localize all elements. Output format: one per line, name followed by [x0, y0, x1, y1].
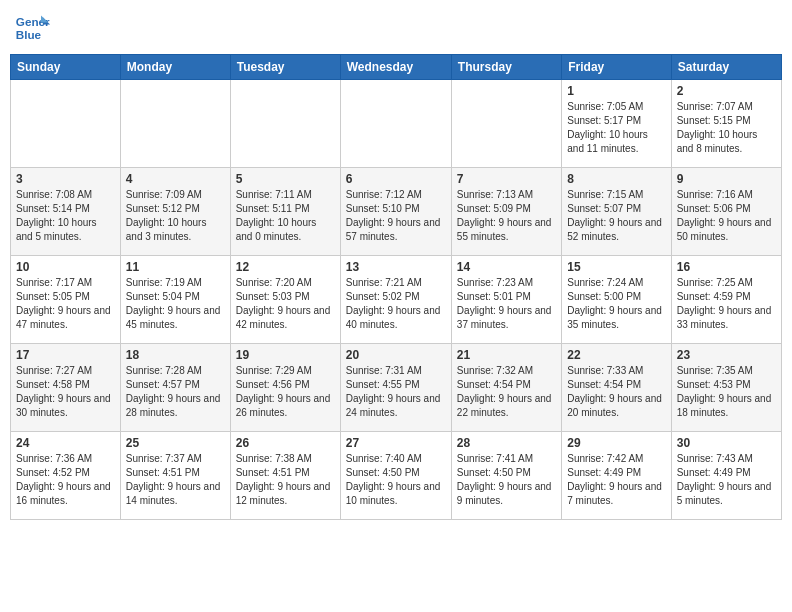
day-cell: 1Sunrise: 7:05 AM Sunset: 5:17 PM Daylig… [562, 80, 671, 168]
day-info: Sunrise: 7:35 AM Sunset: 4:53 PM Dayligh… [677, 364, 776, 420]
weekday-monday: Monday [120, 55, 230, 80]
day-cell: 6Sunrise: 7:12 AM Sunset: 5:10 PM Daylig… [340, 168, 451, 256]
day-number: 29 [567, 436, 665, 450]
day-number: 24 [16, 436, 115, 450]
day-number: 7 [457, 172, 556, 186]
day-info: Sunrise: 7:09 AM Sunset: 5:12 PM Dayligh… [126, 188, 225, 244]
day-cell [120, 80, 230, 168]
day-number: 2 [677, 84, 776, 98]
day-cell: 4Sunrise: 7:09 AM Sunset: 5:12 PM Daylig… [120, 168, 230, 256]
logo: General Blue [14, 10, 54, 46]
day-cell: 30Sunrise: 7:43 AM Sunset: 4:49 PM Dayli… [671, 432, 781, 520]
day-cell: 21Sunrise: 7:32 AM Sunset: 4:54 PM Dayli… [451, 344, 561, 432]
day-cell: 25Sunrise: 7:37 AM Sunset: 4:51 PM Dayli… [120, 432, 230, 520]
day-cell: 22Sunrise: 7:33 AM Sunset: 4:54 PM Dayli… [562, 344, 671, 432]
day-info: Sunrise: 7:16 AM Sunset: 5:06 PM Dayligh… [677, 188, 776, 244]
day-number: 8 [567, 172, 665, 186]
day-number: 11 [126, 260, 225, 274]
day-info: Sunrise: 7:33 AM Sunset: 4:54 PM Dayligh… [567, 364, 665, 420]
day-info: Sunrise: 7:28 AM Sunset: 4:57 PM Dayligh… [126, 364, 225, 420]
day-info: Sunrise: 7:32 AM Sunset: 4:54 PM Dayligh… [457, 364, 556, 420]
day-number: 23 [677, 348, 776, 362]
day-cell: 26Sunrise: 7:38 AM Sunset: 4:51 PM Dayli… [230, 432, 340, 520]
day-info: Sunrise: 7:12 AM Sunset: 5:10 PM Dayligh… [346, 188, 446, 244]
day-cell: 11Sunrise: 7:19 AM Sunset: 5:04 PM Dayli… [120, 256, 230, 344]
day-info: Sunrise: 7:38 AM Sunset: 4:51 PM Dayligh… [236, 452, 335, 508]
day-cell: 3Sunrise: 7:08 AM Sunset: 5:14 PM Daylig… [11, 168, 121, 256]
day-cell: 20Sunrise: 7:31 AM Sunset: 4:55 PM Dayli… [340, 344, 451, 432]
day-cell: 13Sunrise: 7:21 AM Sunset: 5:02 PM Dayli… [340, 256, 451, 344]
day-number: 16 [677, 260, 776, 274]
day-number: 13 [346, 260, 446, 274]
day-number: 26 [236, 436, 335, 450]
week-row-2: 3Sunrise: 7:08 AM Sunset: 5:14 PM Daylig… [11, 168, 782, 256]
day-info: Sunrise: 7:17 AM Sunset: 5:05 PM Dayligh… [16, 276, 115, 332]
day-cell: 17Sunrise: 7:27 AM Sunset: 4:58 PM Dayli… [11, 344, 121, 432]
calendar-table: SundayMondayTuesdayWednesdayThursdayFrid… [10, 54, 782, 520]
day-cell: 5Sunrise: 7:11 AM Sunset: 5:11 PM Daylig… [230, 168, 340, 256]
week-row-3: 10Sunrise: 7:17 AM Sunset: 5:05 PM Dayli… [11, 256, 782, 344]
day-info: Sunrise: 7:36 AM Sunset: 4:52 PM Dayligh… [16, 452, 115, 508]
weekday-tuesday: Tuesday [230, 55, 340, 80]
svg-text:Blue: Blue [16, 28, 42, 41]
weekday-friday: Friday [562, 55, 671, 80]
day-number: 22 [567, 348, 665, 362]
day-cell: 29Sunrise: 7:42 AM Sunset: 4:49 PM Dayli… [562, 432, 671, 520]
day-cell: 8Sunrise: 7:15 AM Sunset: 5:07 PM Daylig… [562, 168, 671, 256]
day-info: Sunrise: 7:29 AM Sunset: 4:56 PM Dayligh… [236, 364, 335, 420]
day-info: Sunrise: 7:43 AM Sunset: 4:49 PM Dayligh… [677, 452, 776, 508]
day-number: 15 [567, 260, 665, 274]
weekday-thursday: Thursday [451, 55, 561, 80]
week-row-4: 17Sunrise: 7:27 AM Sunset: 4:58 PM Dayli… [11, 344, 782, 432]
day-number: 3 [16, 172, 115, 186]
day-info: Sunrise: 7:05 AM Sunset: 5:17 PM Dayligh… [567, 100, 665, 156]
week-row-5: 24Sunrise: 7:36 AM Sunset: 4:52 PM Dayli… [11, 432, 782, 520]
day-cell: 10Sunrise: 7:17 AM Sunset: 5:05 PM Dayli… [11, 256, 121, 344]
day-cell: 9Sunrise: 7:16 AM Sunset: 5:06 PM Daylig… [671, 168, 781, 256]
day-info: Sunrise: 7:23 AM Sunset: 5:01 PM Dayligh… [457, 276, 556, 332]
day-number: 1 [567, 84, 665, 98]
day-cell [340, 80, 451, 168]
day-info: Sunrise: 7:25 AM Sunset: 4:59 PM Dayligh… [677, 276, 776, 332]
day-info: Sunrise: 7:13 AM Sunset: 5:09 PM Dayligh… [457, 188, 556, 244]
day-info: Sunrise: 7:31 AM Sunset: 4:55 PM Dayligh… [346, 364, 446, 420]
day-info: Sunrise: 7:08 AM Sunset: 5:14 PM Dayligh… [16, 188, 115, 244]
day-info: Sunrise: 7:27 AM Sunset: 4:58 PM Dayligh… [16, 364, 115, 420]
weekday-header-row: SundayMondayTuesdayWednesdayThursdayFrid… [11, 55, 782, 80]
day-number: 21 [457, 348, 556, 362]
day-cell [11, 80, 121, 168]
day-cell: 12Sunrise: 7:20 AM Sunset: 5:03 PM Dayli… [230, 256, 340, 344]
day-info: Sunrise: 7:41 AM Sunset: 4:50 PM Dayligh… [457, 452, 556, 508]
page-header: General Blue [10, 10, 782, 46]
day-info: Sunrise: 7:07 AM Sunset: 5:15 PM Dayligh… [677, 100, 776, 156]
day-info: Sunrise: 7:19 AM Sunset: 5:04 PM Dayligh… [126, 276, 225, 332]
calendar-body: 1Sunrise: 7:05 AM Sunset: 5:17 PM Daylig… [11, 80, 782, 520]
day-number: 19 [236, 348, 335, 362]
day-info: Sunrise: 7:40 AM Sunset: 4:50 PM Dayligh… [346, 452, 446, 508]
logo-icon: General Blue [14, 10, 50, 46]
week-row-1: 1Sunrise: 7:05 AM Sunset: 5:17 PM Daylig… [11, 80, 782, 168]
day-number: 17 [16, 348, 115, 362]
weekday-sunday: Sunday [11, 55, 121, 80]
day-info: Sunrise: 7:42 AM Sunset: 4:49 PM Dayligh… [567, 452, 665, 508]
day-cell [230, 80, 340, 168]
day-cell: 19Sunrise: 7:29 AM Sunset: 4:56 PM Dayli… [230, 344, 340, 432]
day-number: 20 [346, 348, 446, 362]
day-number: 25 [126, 436, 225, 450]
day-number: 6 [346, 172, 446, 186]
day-cell: 7Sunrise: 7:13 AM Sunset: 5:09 PM Daylig… [451, 168, 561, 256]
day-cell: 18Sunrise: 7:28 AM Sunset: 4:57 PM Dayli… [120, 344, 230, 432]
day-cell: 15Sunrise: 7:24 AM Sunset: 5:00 PM Dayli… [562, 256, 671, 344]
day-number: 27 [346, 436, 446, 450]
weekday-wednesday: Wednesday [340, 55, 451, 80]
day-number: 12 [236, 260, 335, 274]
day-cell [451, 80, 561, 168]
day-number: 30 [677, 436, 776, 450]
day-info: Sunrise: 7:37 AM Sunset: 4:51 PM Dayligh… [126, 452, 225, 508]
day-number: 5 [236, 172, 335, 186]
day-info: Sunrise: 7:15 AM Sunset: 5:07 PM Dayligh… [567, 188, 665, 244]
day-info: Sunrise: 7:21 AM Sunset: 5:02 PM Dayligh… [346, 276, 446, 332]
day-number: 9 [677, 172, 776, 186]
day-info: Sunrise: 7:20 AM Sunset: 5:03 PM Dayligh… [236, 276, 335, 332]
day-number: 4 [126, 172, 225, 186]
